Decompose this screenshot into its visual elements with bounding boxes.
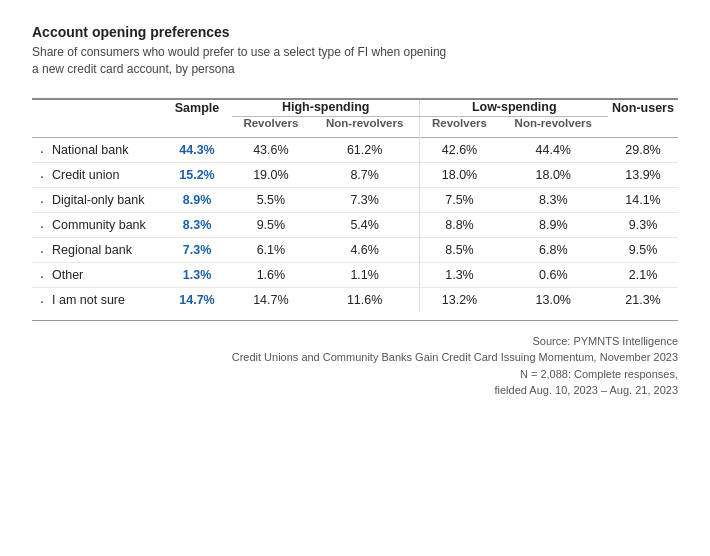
low-revolvers-subheader: Revolvers <box>420 116 499 137</box>
table-row: Regional bank7.3%6.1%4.6%8.5%6.8%9.5% <box>32 237 678 262</box>
low-revolvers-value: 18.0% <box>420 162 499 187</box>
sample-value: 1.3% <box>162 262 232 287</box>
chart-title: Account opening preferences <box>32 24 678 40</box>
non-users-value: 9.5% <box>608 237 678 262</box>
low-revolvers-value: 1.3% <box>420 262 499 287</box>
high-non-revolvers-value: 7.3% <box>310 187 420 212</box>
low-revolvers-value: 42.6% <box>420 137 499 162</box>
table-row: Community bank8.3%9.5%5.4%8.8%8.9%9.3% <box>32 212 678 237</box>
high-revolvers-value: 5.5% <box>232 187 310 212</box>
low-non-revolvers-value: 0.6% <box>499 262 609 287</box>
row-label: Community bank <box>32 212 162 237</box>
high-non-revolvers-value: 8.7% <box>310 162 420 187</box>
low-non-revolvers-value: 18.0% <box>499 162 609 187</box>
high-revolvers-value: 1.6% <box>232 262 310 287</box>
low-non-revolvers-subheader: Non-revolvers <box>499 116 609 137</box>
high-revolvers-value: 14.7% <box>232 287 310 312</box>
low-non-revolvers-value: 6.8% <box>499 237 609 262</box>
non-users-value: 21.3% <box>608 287 678 312</box>
row-label: Credit union <box>32 162 162 187</box>
low-revolvers-value: 7.5% <box>420 187 499 212</box>
high-non-revolvers-value: 5.4% <box>310 212 420 237</box>
footer-source: Source: PYMNTS Intelligence Credit Union… <box>32 333 678 399</box>
sample-value: 8.9% <box>162 187 232 212</box>
low-revolvers-value: 8.5% <box>420 237 499 262</box>
high-non-revolvers-value: 4.6% <box>310 237 420 262</box>
chart-subtitle: Share of consumers who would prefer to u… <box>32 44 678 78</box>
non-users-value: 2.1% <box>608 262 678 287</box>
sample-value: 8.3% <box>162 212 232 237</box>
high-revolvers-value: 9.5% <box>232 212 310 237</box>
table-row: Other1.3%1.6%1.1%1.3%0.6%2.1% <box>32 262 678 287</box>
non-users-value: 9.3% <box>608 212 678 237</box>
non-users-value: 29.8% <box>608 137 678 162</box>
non-users-value: 14.1% <box>608 187 678 212</box>
low-non-revolvers-value: 8.3% <box>499 187 609 212</box>
table-row: Credit union15.2%19.0%8.7%18.0%18.0%13.9… <box>32 162 678 187</box>
high-non-revolvers-subheader: Non-revolvers <box>310 116 420 137</box>
low-revolvers-value: 13.2% <box>420 287 499 312</box>
sample-header: Sample <box>162 99 232 117</box>
sample-value: 14.7% <box>162 287 232 312</box>
table-row: National bank44.3%43.6%61.2%42.6%44.4%29… <box>32 137 678 162</box>
table-row: I am not sure14.7%14.7%11.6%13.2%13.0%21… <box>32 287 678 312</box>
row-label: Digital-only bank <box>32 187 162 212</box>
high-revolvers-value: 43.6% <box>232 137 310 162</box>
high-spending-header: High-spending <box>232 99 420 117</box>
table-row: Digital-only bank8.9%5.5%7.3%7.5%8.3%14.… <box>32 187 678 212</box>
sample-value: 15.2% <box>162 162 232 187</box>
high-non-revolvers-value: 1.1% <box>310 262 420 287</box>
row-label: National bank <box>32 137 162 162</box>
non-users-header: Non-users <box>608 99 678 117</box>
high-revolvers-value: 19.0% <box>232 162 310 187</box>
low-non-revolvers-value: 44.4% <box>499 137 609 162</box>
row-label: Other <box>32 262 162 287</box>
high-non-revolvers-value: 11.6% <box>310 287 420 312</box>
sample-value: 7.3% <box>162 237 232 262</box>
high-revolvers-subheader: Revolvers <box>232 116 310 137</box>
sample-value: 44.3% <box>162 137 232 162</box>
low-non-revolvers-value: 13.0% <box>499 287 609 312</box>
row-label: I am not sure <box>32 287 162 312</box>
high-revolvers-value: 6.1% <box>232 237 310 262</box>
low-non-revolvers-value: 8.9% <box>499 212 609 237</box>
row-label: Regional bank <box>32 237 162 262</box>
non-users-value: 13.9% <box>608 162 678 187</box>
low-spending-header: Low-spending <box>420 99 608 117</box>
low-revolvers-value: 8.8% <box>420 212 499 237</box>
high-non-revolvers-value: 61.2% <box>310 137 420 162</box>
